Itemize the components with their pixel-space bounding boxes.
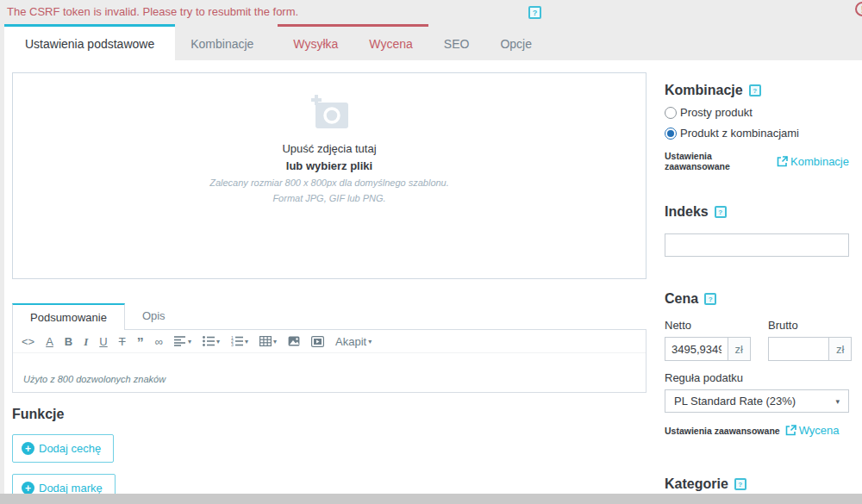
- ordered-list-icon[interactable]: 123 ▾: [231, 336, 248, 346]
- select-caret-icon: ▾: [835, 397, 840, 406]
- add-feature-label: Dodaj cechę: [39, 442, 101, 455]
- radio-product-with-combinations[interactable]: Produkt z kombinacjami: [665, 127, 849, 140]
- features-section: Funkcje + Dodaj cechę + Dodaj markę: [12, 407, 646, 494]
- combinations-title: Kombinacje: [665, 83, 743, 98]
- pricing-link-label: Wycena: [799, 424, 840, 437]
- blockquote-glyph: ”: [137, 336, 144, 346]
- description-editor: Podsumowanie Opis <> A B I U T ” ∞: [12, 303, 646, 393]
- unordered-list-caret: ▾: [216, 338, 220, 345]
- help-icon[interactable]: ?: [734, 478, 746, 490]
- tab-label: Opcje: [500, 37, 532, 51]
- radio-icon-selected: [665, 128, 677, 140]
- code-icon[interactable]: <>: [22, 336, 34, 347]
- table-icon[interactable]: ▾: [259, 336, 277, 346]
- tax-rule-select[interactable]: PL Standard Rate (23%) ▾: [665, 389, 849, 413]
- tab-opcje[interactable]: Opcje: [484, 24, 547, 60]
- paragraph-format-dropdown[interactable]: Akapit ▾: [335, 336, 372, 347]
- product-tabs: Ustawienia podstawowe Kombinacje Wysyłka…: [0, 24, 862, 60]
- reference-title: Indeks: [665, 204, 709, 220]
- tab-wysylka[interactable]: Wysyłka: [278, 27, 353, 60]
- editor-tabs: Podsumowanie Opis: [12, 303, 646, 329]
- svg-text:3: 3: [231, 342, 234, 346]
- image-icon[interactable]: [288, 336, 300, 346]
- help-icon[interactable]: ?: [715, 206, 727, 218]
- forecolor-glyph: A: [46, 336, 53, 347]
- code-glyph: <>: [22, 336, 34, 347]
- csrf-error-message: The CSRF token is invalid. Please try to…: [7, 5, 298, 18]
- gross-price-input[interactable]: [768, 337, 828, 361]
- dropzone-hint-format: Format JPG, GIF lub PNG.: [272, 193, 385, 203]
- italic-icon[interactable]: I: [84, 336, 88, 347]
- bold-icon[interactable]: B: [65, 336, 72, 347]
- add-feature-button[interactable]: + Dodaj cechę: [12, 434, 114, 463]
- help-icon[interactable]: ?: [749, 84, 761, 96]
- ordered-list-caret: ▾: [245, 338, 248, 345]
- table-caret: ▾: [273, 338, 277, 345]
- character-counter: Użyto z 800 dozwolonych znaków: [23, 374, 166, 384]
- strikethrough-glyph: T: [119, 336, 126, 347]
- underline-icon[interactable]: U: [99, 336, 107, 347]
- net-price-input[interactable]: [665, 337, 728, 361]
- features-title: Funkcje: [12, 407, 646, 422]
- dropzone-select-files-link[interactable]: lub wybierz pliki: [286, 159, 372, 172]
- horizontal-scrollbar[interactable]: [0, 494, 862, 504]
- text-color-icon[interactable]: A: [46, 336, 53, 347]
- link-glyph: ∞: [155, 336, 163, 347]
- currency-suffix: zł: [728, 337, 751, 361]
- editor-tab-podsumowanie[interactable]: Podsumowanie: [12, 303, 125, 330]
- combinations-link[interactable]: Kombinacje: [777, 155, 849, 168]
- pricing-link[interactable]: Wycena: [785, 424, 840, 437]
- summary-textarea[interactable]: Użyto z 800 dozwolonych znaków: [13, 352, 646, 392]
- radio-icon: [665, 107, 677, 119]
- tab-error-group: Wysyłka Wycena: [278, 24, 428, 60]
- underline-glyph: U: [99, 336, 107, 347]
- align-caret: ▾: [188, 338, 191, 345]
- paragraph-format-label: Akapit: [335, 336, 366, 347]
- add-brand-button[interactable]: + Dodaj markę: [12, 474, 116, 494]
- tab-seo[interactable]: SEO: [428, 24, 485, 60]
- plus-icon: +: [22, 482, 34, 494]
- editor-tab-opis[interactable]: Opis: [125, 303, 183, 329]
- right-sidebar: Kombinacje ? Prosty produkt Produkt z ko…: [653, 60, 862, 494]
- tab-label: Wysyłka: [293, 37, 338, 51]
- radio-label: Produkt z kombinacjami: [680, 127, 799, 140]
- categories-section: Kategorie ? POWIĄZANE KATEGORIE Strona g…: [665, 476, 849, 494]
- tax-rule-value: PL Standard Rate (23%): [674, 395, 796, 408]
- categories-title: Kategorie: [665, 476, 728, 492]
- advanced-settings-label: Ustawienia zaawansowane: [665, 426, 780, 436]
- radio-simple-product[interactable]: Prosty produkt: [665, 106, 849, 119]
- top-alert-bar: The CSRF token is invalid. Please try to…: [0, 0, 862, 24]
- gross-price-label: Brutto: [768, 319, 852, 332]
- strikethrough-icon[interactable]: T: [119, 336, 126, 347]
- unordered-list-icon[interactable]: ▾: [203, 336, 220, 346]
- tab-wycena[interactable]: Wycena: [353, 27, 428, 60]
- image-dropzone[interactable]: Upuść zdjęcia tutaj lub wybierz pliki Za…: [12, 72, 646, 279]
- plus-icon: +: [22, 442, 34, 455]
- tab-ustawienia-podstawowe[interactable]: Ustawienia podstawowe: [4, 24, 175, 60]
- help-icon[interactable]: ?: [704, 293, 716, 305]
- align-icon[interactable]: ▾: [174, 336, 191, 346]
- media-icon[interactable]: [311, 336, 324, 347]
- help-icon[interactable]: ?: [528, 6, 541, 19]
- tab-label: SEO: [444, 37, 470, 51]
- blockquote-icon[interactable]: ”: [137, 336, 144, 346]
- camera-plus-icon: [307, 94, 352, 132]
- price-title: Cena: [665, 291, 698, 307]
- tab-label: Kombinacje: [191, 37, 253, 51]
- editor-tab-label: Podsumowanie: [30, 311, 107, 324]
- reference-section: Indeks ?: [665, 204, 849, 257]
- reference-input[interactable]: [665, 233, 849, 257]
- add-brand-label: Dodaj markę: [39, 482, 103, 494]
- dropzone-hint-size: Zalecany rozmiar 800 x 800px dla domyśln…: [209, 177, 449, 188]
- radio-label: Prosty produkt: [680, 106, 753, 119]
- editor-box: <> A B I U T ” ∞ ▾ ▾: [12, 329, 646, 393]
- price-section: Cena ? Netto zł Brutto zł: [665, 291, 849, 437]
- dropzone-line1: Upuść zdjęcia tutaj: [282, 142, 376, 155]
- net-price-label: Netto: [665, 319, 751, 332]
- advanced-settings-label: Ustawienia zaawansowane: [665, 151, 771, 171]
- link-icon[interactable]: ∞: [155, 336, 163, 347]
- tab-kombinacje[interactable]: Kombinacje: [175, 24, 269, 60]
- tab-label: Wycena: [369, 37, 412, 51]
- alert-error-icon[interactable]: !: [855, 2, 862, 16]
- external-link-icon: [785, 425, 796, 436]
